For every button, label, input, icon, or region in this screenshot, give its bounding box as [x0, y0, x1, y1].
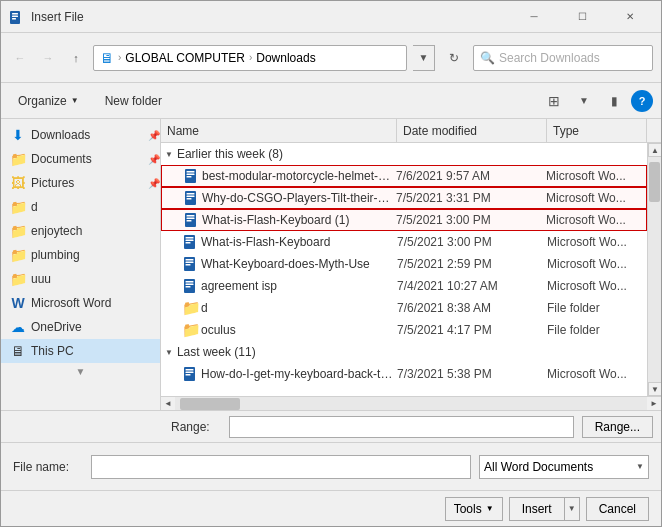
hscroll-thumb[interactable]	[180, 398, 240, 410]
file-type-3: Microsoft Wo...	[547, 235, 647, 249]
insert-dropdown-icon[interactable]: ▼	[564, 497, 580, 521]
range-input[interactable]	[229, 416, 574, 438]
range-button[interactable]: Range...	[582, 416, 653, 438]
table-row[interactable]: How-do-I-get-my-keyboard-back-to-no-... …	[161, 363, 647, 385]
file-date-4: 7/5/2021 2:59 PM	[397, 257, 547, 271]
file-name-lw0: How-do-I-get-my-keyboard-back-to-no-...	[201, 367, 397, 381]
scroll-thumb[interactable]	[649, 162, 660, 202]
new-folder-button[interactable]: New folder	[96, 89, 171, 113]
sidebar-item-thispc[interactable]: 🖥 This PC	[1, 339, 160, 363]
svg-rect-1	[12, 13, 18, 15]
column-type-header[interactable]: Type	[547, 119, 647, 142]
svg-rect-5	[187, 171, 195, 173]
refresh-button[interactable]: ↻	[441, 45, 467, 71]
file-name-7: oculus	[201, 323, 397, 337]
view-dropdown-button[interactable]: ▼	[571, 89, 597, 113]
sidebar-item-documents[interactable]: 📁 Documents 📌	[1, 147, 160, 171]
bottom-bar: File name: All Word Documents ▼	[1, 442, 661, 490]
maximize-button[interactable]: ☐	[559, 1, 605, 33]
table-row[interactable]: What-is-Flash-Keyboard (1) 7/5/2021 3:00…	[161, 209, 647, 231]
word-icon-lw0	[181, 366, 201, 382]
column-name-header[interactable]: Name	[161, 119, 397, 142]
column-date-header[interactable]: Date modified	[397, 119, 547, 142]
svg-rect-10	[187, 196, 195, 198]
scroll-down-button[interactable]: ▼	[648, 382, 661, 396]
pictures-icon: 🖼	[9, 175, 27, 191]
insert-button-group: Insert ▼	[509, 497, 580, 521]
folder-plumbing-icon: 📁	[9, 247, 27, 263]
table-row[interactable]: What-is-Flash-Keyboard 7/5/2021 3:00 PM …	[161, 231, 647, 253]
cancel-button[interactable]: Cancel	[586, 497, 649, 521]
word-icon-5	[181, 278, 201, 294]
svg-rect-25	[186, 281, 194, 283]
breadcrumb[interactable]: 🖥 › GLOBAL COMPUTER › Downloads	[93, 45, 407, 71]
filetype-select[interactable]: All Word Documents ▼	[479, 455, 649, 479]
sidebar-item-downloads[interactable]: ⬇ Downloads 📌	[1, 123, 160, 147]
sidebar-item-uuu[interactable]: 📁 uuu	[1, 267, 160, 291]
tools-button[interactable]: Tools ▼	[445, 497, 503, 521]
file-date-6: 7/6/2021 8:38 AM	[397, 301, 547, 315]
svg-rect-21	[186, 259, 194, 261]
scroll-track[interactable]	[648, 157, 661, 382]
filetype-label: All Word Documents	[484, 460, 593, 474]
filetype-dropdown-icon: ▼	[636, 462, 644, 471]
vertical-scrollbar[interactable]: ▲ ▼	[647, 143, 661, 396]
table-row[interactable]: agreement isp 7/4/2021 10:27 AM Microsof…	[161, 275, 647, 297]
sidebar-item-plumbing[interactable]: 📁 plumbing	[1, 243, 160, 267]
svg-rect-19	[186, 242, 191, 244]
svg-rect-0	[10, 11, 20, 24]
group-toggle-earlier: ▼	[165, 150, 173, 159]
group-earlier-header[interactable]: ▼ Earlier this week (8)	[161, 143, 647, 165]
sidebar-item-msword[interactable]: W Microsoft Word	[1, 291, 160, 315]
forward-button[interactable]: →	[37, 47, 59, 69]
file-date-3: 7/5/2021 3:00 PM	[397, 235, 547, 249]
insert-button[interactable]: Insert	[509, 497, 564, 521]
breadcrumb-dropdown[interactable]: ▼	[413, 45, 435, 71]
help-button[interactable]: ?	[631, 90, 653, 112]
search-icon: 🔍	[480, 51, 495, 65]
sidebar-item-enjoytech[interactable]: 📁 enjoytech	[1, 219, 160, 243]
table-row[interactable]: What-Keyboard-does-Myth-Use 7/5/2021 2:5…	[161, 253, 647, 275]
file-date-0: 7/6/2021 9:57 AM	[396, 169, 546, 183]
filename-input[interactable]	[91, 455, 471, 479]
table-row[interactable]: Why-do-CSGO-Players-Tilt-their-Keyboard …	[161, 187, 647, 209]
organize-label: Organize	[18, 94, 67, 108]
svg-rect-15	[187, 220, 192, 222]
back-button[interactable]: ←	[9, 47, 31, 69]
minimize-button[interactable]: ─	[511, 1, 557, 33]
table-row[interactable]: 📁 d 7/6/2021 8:38 AM File folder	[161, 297, 647, 319]
up-button[interactable]: ↑	[65, 47, 87, 69]
sidebar-item-onedrive[interactable]: ☁ OneDrive	[1, 315, 160, 339]
view-grid-button[interactable]: ⊞	[541, 89, 567, 113]
range-row: Range: Range...	[1, 410, 661, 442]
close-button[interactable]: ✕	[607, 1, 653, 33]
view-preview-button[interactable]: ▮	[601, 89, 627, 113]
sidebar-item-d[interactable]: 📁 d	[1, 195, 160, 219]
sidebar-scroll-more[interactable]: ▼	[1, 363, 160, 379]
file-date-1: 7/5/2021 3:31 PM	[396, 191, 546, 205]
table-row[interactable]: 📁 oculus 7/5/2021 4:17 PM File folder	[161, 319, 647, 341]
svg-rect-6	[187, 174, 195, 176]
horizontal-scrollbar[interactable]: ◄ ►	[161, 396, 661, 410]
table-row[interactable]: best-modular-motorcycle-helmet-under 7/6…	[161, 165, 647, 187]
search-bar[interactable]: 🔍 Search Downloads	[473, 45, 653, 71]
sidebar: ⬇ Downloads 📌 📁 Documents 📌 🖼 Pictures 📌…	[1, 119, 161, 410]
hscroll-track[interactable]	[175, 397, 647, 411]
group-lastweek-header[interactable]: ▼ Last week (11)	[161, 341, 647, 363]
scroll-up-button[interactable]: ▲	[648, 143, 661, 157]
pin-icon-downloads: 📌	[148, 130, 160, 141]
onedrive-icon: ☁	[9, 319, 27, 335]
file-type-5: Microsoft Wo...	[547, 279, 647, 293]
word-icon-3	[181, 234, 201, 250]
svg-rect-11	[187, 198, 192, 200]
svg-rect-3	[12, 18, 16, 20]
organize-button[interactable]: Organize ▼	[9, 89, 88, 113]
filename-label: File name:	[13, 460, 83, 474]
sidebar-item-pictures[interactable]: 🖼 Pictures 📌	[1, 171, 160, 195]
hscroll-right-button[interactable]: ►	[647, 397, 661, 411]
word-icon-2	[182, 212, 202, 228]
breadcrumb-sep2: ›	[249, 52, 252, 63]
hscroll-left-button[interactable]: ◄	[161, 397, 175, 411]
organize-chevron-icon: ▼	[71, 96, 79, 105]
svg-rect-27	[186, 286, 191, 288]
